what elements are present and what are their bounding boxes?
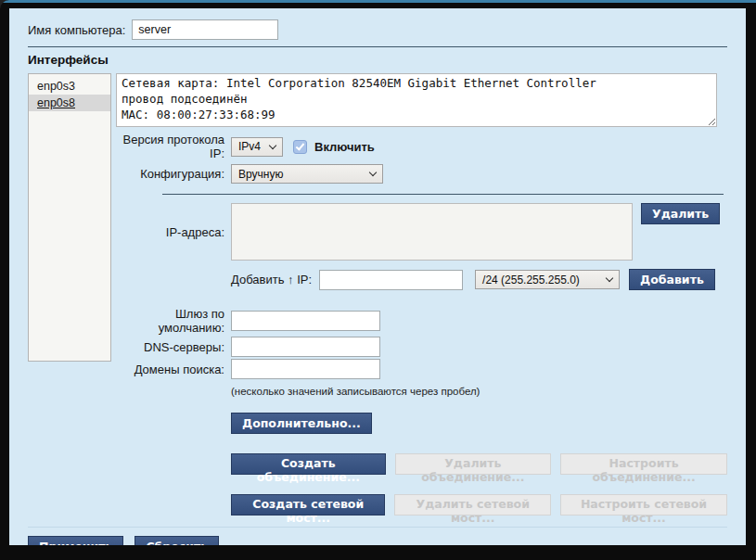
dns-input[interactable] bbox=[231, 337, 380, 357]
add-ip-button[interactable]: Добавить bbox=[629, 269, 715, 290]
hostname-row: Имя компьютера: bbox=[28, 19, 727, 40]
ip-address-list[interactable] bbox=[231, 203, 633, 261]
configuration-row: Конфигурация: Вручную bbox=[116, 164, 727, 184]
ip-version-label: Версия протокола IP: bbox=[116, 133, 231, 160]
interface-form: Сетевая карта: Intel Corporation 82540EM… bbox=[116, 73, 727, 515]
ip-addresses-row: IP-адреса: Удалить bbox=[116, 203, 727, 261]
reset-button[interactable]: Сбросить bbox=[135, 536, 219, 545]
add-ip-label: Добавить ↑ IP: bbox=[231, 273, 312, 286]
configuration-value: Вручную bbox=[238, 168, 283, 181]
ip-version-select[interactable]: IPv4 bbox=[231, 137, 283, 157]
configuration-select[interactable]: Вручную bbox=[231, 164, 383, 184]
create-bridge-button[interactable]: Создать сетевой мост... bbox=[231, 494, 385, 515]
chevron-down-icon bbox=[606, 274, 613, 282]
hostname-label: Имя компьютера: bbox=[28, 23, 125, 37]
search-domains-input[interactable] bbox=[231, 359, 380, 379]
create-bond-button[interactable]: Создать объединение... bbox=[231, 453, 386, 475]
search-domains-label: Домены поиска: bbox=[116, 363, 231, 376]
window-top-strip bbox=[0, 0, 756, 3]
interface-list[interactable]: enp0s3 enp0s8 bbox=[28, 73, 111, 362]
gateway-input[interactable] bbox=[231, 311, 380, 331]
delete-bridge-button: Удалить сетевой мост... bbox=[394, 494, 551, 515]
advanced-row: Дополнительно... bbox=[231, 413, 727, 434]
network-settings-page: Имя компьютера: Интерфейсы enp0s3 enp0s8… bbox=[9, 8, 746, 545]
enable-checkbox-label: Включить bbox=[314, 140, 375, 154]
new-ip-input[interactable] bbox=[319, 270, 463, 290]
dns-label: DNS-серверы: bbox=[116, 340, 231, 354]
apply-button[interactable]: Применить bbox=[28, 536, 123, 545]
search-domains-row: Домены поиска: bbox=[116, 359, 727, 379]
interfaces-section-title: Интерфейсы bbox=[28, 53, 727, 67]
interfaces-section: enp0s3 enp0s8 Сетевая карта: Intel Corpo… bbox=[28, 73, 727, 515]
hostname-input[interactable] bbox=[132, 19, 278, 40]
dns-row: DNS-серверы: bbox=[116, 337, 727, 357]
chevron-down-icon bbox=[269, 141, 276, 148]
advanced-button[interactable]: Дополнительно... bbox=[231, 413, 372, 434]
add-ip-row: Добавить ↑ IP: /24 (255.255.255.0) Добав… bbox=[231, 269, 727, 290]
ip-version-value: IPv4 bbox=[238, 140, 261, 153]
separator bbox=[28, 46, 727, 47]
checkmark-icon bbox=[296, 141, 305, 150]
ip-version-row: Версия протокола IP: IPv4 Включить bbox=[116, 133, 727, 160]
bottom-actions: Применить Сбросить bbox=[28, 536, 727, 545]
gateway-label: Шлюз по умолчанию: bbox=[116, 307, 231, 335]
gateway-row: Шлюз по умолчанию: bbox=[116, 307, 727, 335]
interface-item-enp0s3[interactable]: enp0s3 bbox=[29, 78, 110, 95]
window-frame: Имя компьютера: Интерфейсы enp0s3 enp0s8… bbox=[0, 0, 756, 560]
ip-addresses-label: IP-адреса: bbox=[116, 225, 231, 239]
bridge-row: Создать сетевой мост... Удалить сетевой … bbox=[231, 494, 727, 515]
multi-value-hint: (несколько значений записываются через п… bbox=[231, 386, 727, 397]
netmask-value: /24 (255.255.255.0) bbox=[482, 274, 580, 286]
enable-checkbox[interactable] bbox=[293, 140, 307, 154]
interface-details-textarea[interactable]: Сетевая карта: Intel Corporation 82540EM… bbox=[116, 73, 717, 127]
netmask-select[interactable]: /24 (255.255.255.0) bbox=[475, 270, 620, 289]
configuration-label: Конфигурация: bbox=[116, 167, 231, 181]
bond-row: Создать объединение... Удалить объединен… bbox=[231, 453, 727, 475]
separator bbox=[162, 194, 724, 195]
delete-ip-button[interactable]: Удалить bbox=[641, 203, 720, 224]
delete-bond-button: Удалить объединение... bbox=[395, 453, 552, 475]
configure-bridge-button: Настроить сетевой мост... bbox=[560, 494, 727, 515]
interface-item-enp0s8[interactable]: enp0s8 bbox=[29, 95, 110, 111]
configure-bond-button: Настроить объединение... bbox=[560, 453, 727, 475]
separator bbox=[28, 527, 727, 528]
chevron-down-icon bbox=[369, 169, 377, 176]
